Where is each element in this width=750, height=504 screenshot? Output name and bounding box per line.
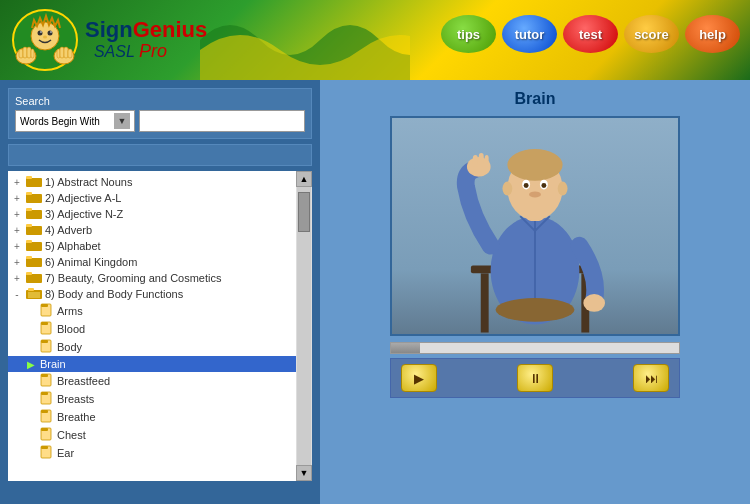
search-results-bar	[8, 144, 312, 166]
svg-rect-73	[485, 155, 489, 167]
help-button[interactable]: help	[685, 15, 740, 53]
main-content: Search Words Begin With ▼ + 1) A	[0, 80, 750, 504]
search-dropdown[interactable]: Words Begin With ▼	[15, 110, 135, 132]
svg-rect-71	[473, 155, 478, 167]
tree-item-label: Arms	[57, 305, 83, 317]
scroll-track[interactable]	[297, 187, 311, 465]
svg-rect-16	[68, 49, 72, 58]
svg-rect-10	[27, 47, 31, 58]
svg-point-65	[524, 183, 529, 188]
svg-rect-23	[26, 208, 32, 211]
tree-item-beauty[interactable]: + 7) Beauty, Grooming and Cosmetics	[8, 270, 296, 286]
play-button[interactable]: ▶	[401, 364, 437, 392]
svg-point-6	[43, 35, 47, 38]
tree-item-ear[interactable]: Ear	[8, 444, 296, 462]
svg-rect-25	[26, 224, 32, 227]
expand-icon: +	[10, 223, 24, 237]
fast-forward-button[interactable]: ⏭	[633, 364, 669, 392]
logo-area: SignGenius SASL Pro	[0, 8, 207, 73]
expand-icon: +	[10, 255, 24, 269]
tree-item-label: 2) Adjective A-L	[45, 192, 121, 204]
svg-rect-42	[41, 340, 48, 343]
tree-item-brain[interactable]: ▶ Brain	[8, 356, 296, 372]
header: SignGenius SASL Pro tips tutor test scor…	[0, 0, 750, 80]
tree-item-label: Brain	[40, 358, 66, 370]
folder-icon	[26, 271, 42, 285]
file-icon	[40, 391, 54, 407]
tree-item-label: Breasts	[57, 393, 94, 405]
tree-item-breasts[interactable]: Breasts	[8, 390, 296, 408]
spacer	[24, 428, 38, 442]
tree-item-label: 1) Abstract Nouns	[45, 176, 132, 188]
search-label: Search	[15, 95, 305, 107]
scroll-down-button[interactable]: ▼	[296, 465, 312, 481]
search-input[interactable]	[139, 110, 305, 132]
tree-item-body-functions[interactable]: - 8) Body and Body Functions	[8, 286, 296, 302]
search-dropdown-value: Words Begin With	[20, 116, 112, 127]
svg-rect-40	[41, 322, 48, 325]
tree-item-label: Breathe	[57, 411, 96, 423]
expand-icon: +	[10, 271, 24, 285]
tree-item-label: 5) Alphabet	[45, 240, 101, 252]
spacer	[24, 392, 38, 406]
progress-bar-fill	[391, 343, 420, 353]
progress-bar-track[interactable]	[390, 342, 680, 354]
svg-rect-30	[26, 274, 42, 283]
folder-icon	[26, 223, 42, 237]
tree-item-body-word[interactable]: Body	[8, 338, 296, 356]
spacer	[24, 304, 38, 318]
spacer	[24, 340, 38, 354]
test-button[interactable]: test	[563, 15, 618, 53]
tree-item-adjective-nz[interactable]: + 3) Adjective N-Z	[8, 206, 296, 222]
tree-item-arms[interactable]: Arms	[8, 302, 296, 320]
scroll-up-button[interactable]: ▲	[296, 171, 312, 187]
expand-icon: +	[10, 239, 24, 253]
tree-item-abstract-nouns[interactable]: + 1) Abstract Nouns	[8, 174, 296, 190]
svg-rect-31	[26, 272, 32, 275]
svg-rect-52	[41, 446, 48, 449]
tree-item-label: Chest	[57, 429, 86, 441]
tips-button[interactable]: tips	[441, 15, 496, 53]
logo-title: SignGenius	[85, 19, 207, 41]
tree-item-chest[interactable]: Chest	[8, 426, 296, 444]
file-icon	[40, 427, 54, 443]
tree-item-breathe[interactable]: Breathe	[8, 408, 296, 426]
tree-item-breastfeed[interactable]: Breastfeed	[8, 372, 296, 390]
tree-item-animal-kingdom[interactable]: + 6) Animal Kingdom	[8, 254, 296, 270]
spacer	[24, 322, 38, 336]
chevron-down-icon[interactable]: ▼	[114, 113, 130, 129]
word-title: Brain	[515, 90, 556, 108]
score-button[interactable]: score	[624, 15, 679, 53]
svg-rect-44	[41, 374, 48, 377]
svg-point-3	[48, 30, 53, 35]
tree-item-adjective-al[interactable]: + 2) Adjective A-L	[8, 190, 296, 206]
pause-button[interactable]: ⏸	[517, 364, 553, 392]
svg-point-67	[529, 191, 541, 197]
svg-rect-11	[31, 49, 34, 58]
tree-item-label: Blood	[57, 323, 85, 335]
tree-item-adverb[interactable]: + 4) Adverb	[8, 222, 296, 238]
file-icon	[40, 303, 54, 319]
tree-item-blood[interactable]: Blood	[8, 320, 296, 338]
svg-point-62	[507, 149, 562, 181]
scroll-thumb[interactable]	[298, 192, 310, 232]
svg-rect-38	[41, 304, 48, 307]
play-indicator-icon: ▶	[24, 357, 38, 371]
svg-rect-9	[23, 47, 27, 58]
svg-rect-20	[26, 194, 42, 203]
folder-icon	[26, 207, 42, 221]
svg-point-74	[583, 294, 605, 312]
svg-rect-28	[26, 258, 42, 267]
svg-rect-46	[41, 392, 48, 395]
file-icon	[40, 373, 54, 389]
tree-item-alphabet[interactable]: + 5) Alphabet	[8, 238, 296, 254]
logo-icon	[10, 8, 80, 73]
tree-item-label: Ear	[57, 447, 74, 459]
spacer	[24, 374, 38, 388]
tutor-button[interactable]: tutor	[502, 15, 557, 53]
video-frame	[390, 116, 680, 336]
tree-item-label: Body	[57, 341, 82, 353]
search-area: Search Words Begin With ▼	[8, 88, 312, 139]
svg-rect-22	[26, 210, 42, 219]
tree-item-label: 3) Adjective N-Z	[45, 208, 123, 220]
